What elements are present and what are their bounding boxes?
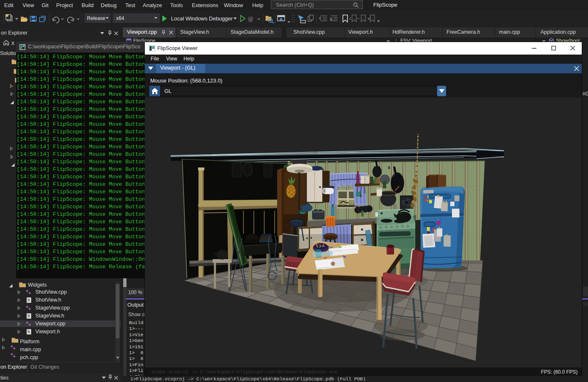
svg-text:x64: x64 [116, 15, 124, 21]
svg-text:+: + [13, 354, 15, 359]
svg-text:main.cpp: main.cpp [20, 347, 41, 352]
svg-text:+: + [13, 346, 15, 351]
svg-text:StageView.h: StageView.h [35, 313, 64, 319]
svg-text:ShotView.cpp: ShotView.cpp [35, 289, 67, 295]
svg-text:+: + [28, 306, 31, 311]
svg-text:2: 2 [330, 17, 332, 21]
svg-text:pch.cpp: pch.cpp [20, 355, 38, 360]
svg-text:Local Windows Debugger: Local Windows Debugger [171, 15, 233, 22]
svg-text:ShotView.h: ShotView.h [35, 297, 61, 303]
svg-text:Viewport.cpp: Viewport.cpp [35, 321, 65, 327]
svg-text:+: + [28, 290, 31, 295]
svg-text:+: + [28, 322, 31, 327]
svg-text:h: h [28, 298, 30, 302]
svg-text:Release: Release [87, 15, 105, 21]
svg-text:h: h [28, 314, 30, 318]
svg-text:Widgets: Widgets [28, 282, 47, 288]
svg-text:StageView.cpp: StageView.cpp [35, 305, 70, 311]
svg-text:h: h [28, 330, 30, 334]
svg-text:Platform: Platform [20, 339, 40, 345]
svg-text:Viewport.h: Viewport.h [35, 329, 60, 335]
